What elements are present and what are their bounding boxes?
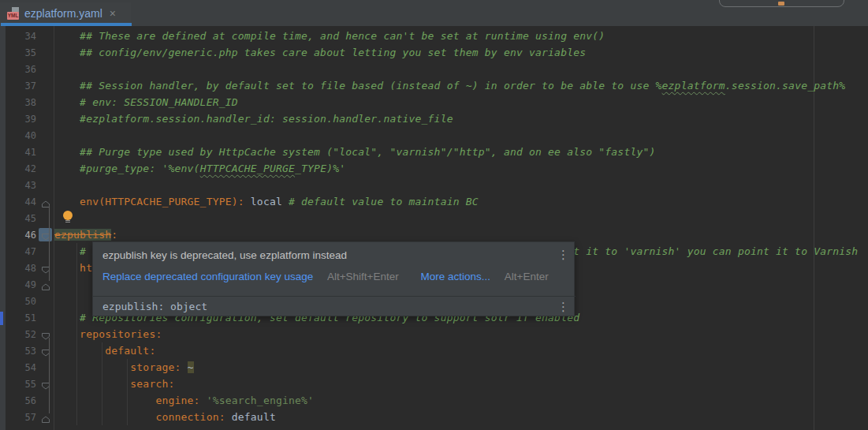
code-line[interactable]: 54 storage: ~ [0, 359, 868, 376]
code-text: search: [54, 378, 175, 390]
code-line[interactable]: 38 # env: SESSION_HANDLER_ID [0, 94, 868, 110]
code-line[interactable]: 45 [0, 210, 868, 226]
line-number: 36 [0, 64, 36, 75]
intention-popup: ezpublish key is deprecated, use ezplatf… [92, 241, 575, 316]
code-line[interactable]: 56 engine: '%search_engine%' [0, 392, 868, 409]
fold-column [36, 94, 54, 110]
tab-bar: YML ezplatform.yaml × [0, 0, 868, 26]
line-number: 50 [0, 296, 36, 307]
code-text: ezpublish: [54, 229, 117, 241]
line-number: 40 [0, 130, 36, 141]
fold-column [36, 392, 54, 409]
code-text: ## config/env/generic.php takes care abo… [54, 47, 586, 58]
fold-marker-icon[interactable] [36, 226, 54, 243]
fold-marker-icon[interactable] [36, 342, 54, 359]
fold-marker-icon[interactable] [36, 260, 54, 276]
line-number: 53 [0, 346, 36, 357]
close-icon[interactable]: × [110, 8, 116, 19]
code-line[interactable]: 44 env(HTTPCACHE_PURGE_TYPE): local # de… [0, 193, 868, 210]
tab-ezplatform-yaml[interactable]: YML ezplatform.yaml × [0, 2, 131, 24]
popup-action-row: Replace deprecated configuration key usa… [102, 271, 549, 282]
fold-marker-icon[interactable] [36, 326, 54, 342]
line-number: 49 [0, 279, 36, 290]
code-text: storage: ~ [54, 361, 194, 373]
code-line[interactable]: 43 [0, 177, 868, 193]
line-number: 54 [0, 362, 36, 373]
toolbar-widget-icon [778, 2, 784, 6]
indent-guide [127, 359, 128, 425]
fold-column [36, 359, 54, 376]
fold-column [36, 210, 54, 226]
code-text: #ezplatform.session.handler_id: session.… [54, 113, 453, 125]
fold-column [36, 127, 54, 144]
code-line[interactable]: 53 default: [0, 342, 868, 359]
code-text: engine: '%search_engine%' [54, 394, 314, 406]
fold-range-line [49, 338, 50, 413]
code-text: # env: SESSION_HANDLER_ID [54, 96, 238, 108]
line-number: 46 [0, 230, 36, 241]
lightbulb-base [65, 220, 70, 223]
line-number: 35 [0, 47, 36, 58]
fold-column [36, 177, 54, 193]
fold-range-line [49, 205, 50, 281]
line-number: 57 [0, 412, 36, 423]
code-line[interactable]: 36 [0, 61, 868, 77]
indent-guide [102, 342, 102, 425]
more-actions-link[interactable]: More actions... [421, 271, 491, 282]
line-number: 38 [0, 97, 36, 108]
line-number: 37 [0, 80, 36, 92]
fold-marker-icon[interactable] [36, 409, 54, 425]
code-text: default: [54, 345, 155, 357]
fold-column [36, 61, 54, 77]
line-number: 52 [0, 329, 36, 340]
fold-column [36, 293, 54, 309]
line-number: 41 [0, 147, 36, 158]
code-text: repositories: [54, 328, 162, 340]
fold-column [36, 144, 54, 160]
code-line[interactable]: 55 search: [0, 376, 868, 392]
popup-divider [93, 296, 576, 297]
lightbulb-icon[interactable] [63, 211, 73, 224]
code-text: ## These are defined at compile time, an… [54, 30, 605, 42]
line-number: 45 [0, 213, 36, 224]
code-line[interactable]: 40 [0, 127, 868, 144]
code-text: #purge_type: '%env(HTTPCACHE_PURGE_TYPE)… [54, 163, 345, 174]
fold-marker-icon[interactable] [36, 376, 54, 392]
code-line[interactable]: 57 connection: default [0, 409, 868, 425]
code-line[interactable]: 41 ## Purge type used by HttpCache syste… [0, 144, 868, 160]
toolbar-widget[interactable] [719, 0, 844, 7]
code-line[interactable]: 37 ## Session handler, by default set to… [0, 77, 868, 94]
fold-marker-icon[interactable] [36, 276, 54, 293]
fold-column [36, 309, 54, 326]
code-line[interactable]: 39 #ezplatform.session.handler_id: sessi… [0, 110, 868, 127]
line-number: 44 [0, 196, 36, 208]
line-number: 43 [0, 180, 36, 191]
quickfix-shortcut: Alt+Shift+Enter [327, 271, 399, 282]
line-number: 39 [0, 114, 36, 125]
line-number: 55 [0, 379, 36, 390]
fold-marker-icon[interactable] [36, 193, 54, 210]
quickfix-link[interactable]: Replace deprecated configuration key usa… [102, 271, 313, 282]
fold-column [36, 28, 54, 44]
code-text: connection: default [54, 411, 276, 423]
code-line[interactable]: 34 ## These are defined at compile time,… [0, 28, 868, 44]
code-text: ## Purge type used by HttpCache system (… [54, 146, 656, 158]
fold-column [36, 160, 54, 177]
code-line[interactable]: 35 ## config/env/generic.php takes care … [0, 44, 868, 61]
editor-lines: 34 ## These are defined at compile time,… [0, 28, 868, 425]
code-line[interactable]: 42 #purge_type: '%env(HTTPCACHE_PURGE_TY… [0, 160, 868, 177]
indent-guide [76, 243, 77, 425]
code-line[interactable]: 46ezpublish: [0, 226, 868, 243]
lightbulb-glass [63, 211, 73, 220]
line-number: 34 [0, 31, 36, 42]
fold-column [36, 77, 54, 94]
popup-kebab-icon[interactable]: ⋮ [557, 249, 569, 260]
code-line[interactable]: 52 repositories: [0, 326, 868, 342]
line-number: 42 [0, 163, 36, 174]
fold-column [36, 44, 54, 61]
popup-detail: ezpublish: object [102, 301, 207, 312]
yml-badge: YML [7, 12, 19, 20]
popup-detail-kebab-icon[interactable]: ⋮ [557, 301, 569, 312]
line-number: 47 [0, 246, 36, 257]
editor[interactable]: 34 ## These are defined at compile time,… [0, 26, 868, 430]
